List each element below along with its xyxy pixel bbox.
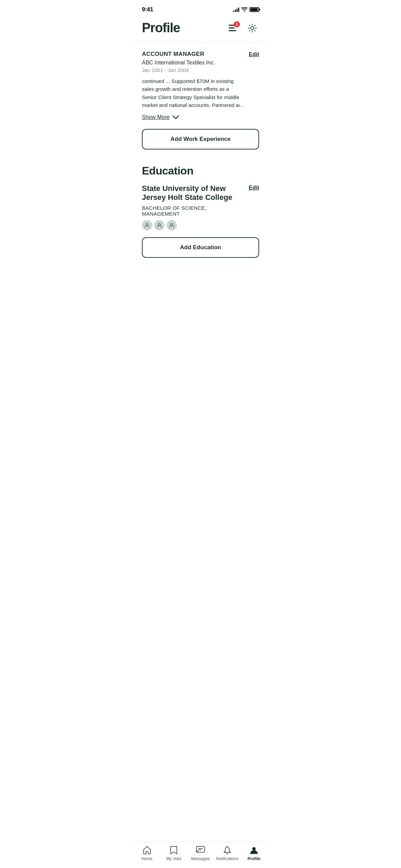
show-more-button[interactable]: Show More <box>142 114 259 121</box>
svg-point-4 <box>146 224 148 226</box>
chevron-down-icon <box>172 114 179 121</box>
add-work-experience-button[interactable]: Add Work Experience <box>142 129 259 149</box>
svg-rect-2 <box>229 30 236 31</box>
svg-point-6 <box>171 224 173 226</box>
header-actions: 1 <box>226 21 259 35</box>
status-time: 9:41 <box>142 6 153 13</box>
edu-badges <box>142 220 245 230</box>
edu-badge-1 <box>142 220 152 230</box>
job-company: ABC International Textiles Inc. <box>142 60 245 66</box>
add-education-button[interactable]: Add Education <box>142 237 259 258</box>
job-description: continued ... Supported $70M in existing… <box>142 77 245 109</box>
work-experience-edit-button[interactable]: Edit <box>249 51 259 58</box>
education-section: Education State University of New Jersey… <box>134 154 267 258</box>
gear-icon <box>247 23 257 33</box>
edu-badge-3 <box>167 220 177 230</box>
work-experience-header: ACCOUNT MANAGER ABC International Textil… <box>142 51 259 114</box>
education-entry-header: State University of New Jersey Holt Stat… <box>142 184 259 237</box>
education-edit-button[interactable]: Edit <box>249 185 259 191</box>
education-info: State University of New Jersey Holt Stat… <box>142 184 245 237</box>
job-title: ACCOUNT MANAGER <box>142 51 245 58</box>
edu-degree: BACHELOR OF SCIENCE, MANAGEMENT <box>142 205 245 217</box>
wifi-icon <box>241 7 247 12</box>
work-experience-section: ACCOUNT MANAGER ABC International Textil… <box>134 43 267 149</box>
education-section-title: Education <box>142 165 259 177</box>
status-icons <box>233 7 259 12</box>
list-notifications-button[interactable]: 1 <box>226 21 240 35</box>
work-experience-info: ACCOUNT MANAGER ABC International Textil… <box>142 51 245 114</box>
signal-icon <box>233 7 239 12</box>
page-title: Profile <box>142 21 180 35</box>
svg-rect-1 <box>229 27 235 28</box>
battery-icon <box>250 7 259 12</box>
edu-badge-2 <box>154 220 165 230</box>
notification-badge: 1 <box>234 21 240 27</box>
job-dates: Jan 2001 - Jan 2004 <box>142 67 245 73</box>
svg-point-3 <box>251 26 254 29</box>
svg-point-5 <box>158 224 160 226</box>
show-more-label: Show More <box>142 114 170 120</box>
edu-institution: State University of New Jersey Holt Stat… <box>142 184 245 202</box>
page-header: Profile 1 <box>134 16 267 42</box>
settings-button[interactable] <box>245 21 259 35</box>
status-bar: 9:41 <box>134 0 267 16</box>
content-area: ACCOUNT MANAGER ABC International Textil… <box>134 43 267 296</box>
